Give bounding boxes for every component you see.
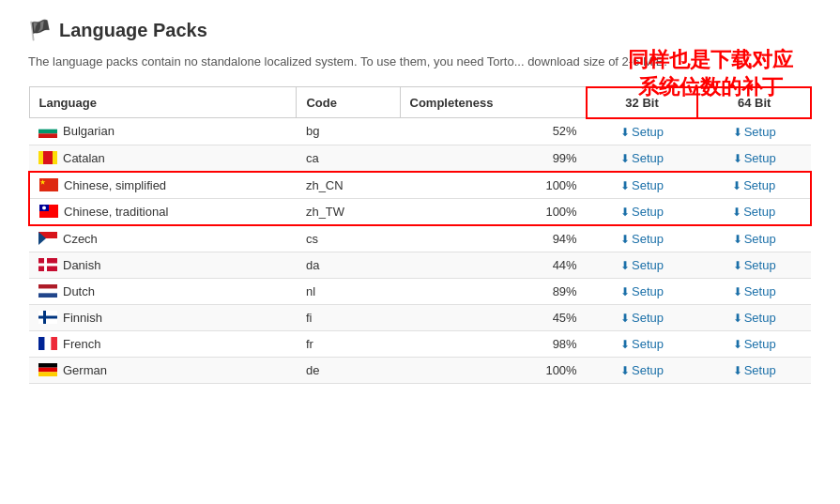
svg-rect-23 [43, 311, 46, 324]
code-cell: de [297, 357, 400, 383]
setup-64bit-cell: ⬇Setup [697, 118, 811, 145]
table-row: Dutchnl89%⬇Setup⬇Setup [29, 278, 811, 304]
setup-64bit-link[interactable]: ⬇Setup [733, 284, 776, 298]
code-cell: zh_CN [297, 172, 400, 199]
download-icon: ⬇ [620, 364, 630, 377]
code-cell: nl [297, 278, 400, 304]
svg-rect-2 [38, 133, 57, 138]
language-table: Language Code Completeness 32 Bit 64 Bit… [28, 86, 812, 384]
setup-32bit-link[interactable]: ⬇Setup [620, 205, 664, 219]
download-icon: ⬇ [620, 338, 630, 351]
svg-point-11 [42, 206, 46, 210]
svg-rect-24 [38, 337, 45, 350]
setup-64bit-cell: ⬇Setup [697, 225, 811, 252]
download-icon: ⬇ [733, 233, 742, 246]
setup-32bit-link[interactable]: ⬇Setup [620, 363, 664, 377]
setup-32bit-link[interactable]: ⬇Setup [620, 311, 664, 325]
setup-64bit-link[interactable]: ⬇Setup [733, 151, 776, 165]
table-row: Czechcs94%⬇Setup⬇Setup [29, 225, 811, 252]
download-icon: ⬇ [733, 126, 742, 139]
svg-rect-27 [38, 363, 57, 368]
completeness-cell: 45% [400, 304, 587, 330]
download-icon: ⬇ [620, 206, 630, 219]
setup-64bit-link[interactable]: ⬇Setup [733, 125, 776, 139]
download-icon: ⬇ [620, 179, 630, 192]
setup-32bit-link[interactable]: ⬇Setup [620, 178, 664, 192]
setup-64bit-cell: ⬇Setup [697, 357, 811, 383]
setup-32bit-cell: ⬇Setup [587, 198, 698, 225]
download-icon: ⬇ [620, 285, 630, 298]
svg-rect-7 [39, 178, 58, 191]
completeness-cell: 94% [400, 225, 587, 252]
completeness-cell: 99% [400, 145, 587, 172]
svg-rect-25 [45, 337, 52, 350]
setup-32bit-link[interactable]: ⬇Setup [620, 258, 664, 272]
code-cell: fr [297, 330, 400, 357]
download-icon: ⬇ [733, 312, 742, 325]
setup-32bit-link[interactable]: ⬇Setup [620, 337, 664, 351]
language-cell: French [29, 330, 297, 357]
setup-32bit-link[interactable]: ⬇Setup [620, 284, 664, 298]
code-cell: bg [297, 118, 400, 145]
svg-rect-1 [38, 129, 57, 133]
setup-64bit-link[interactable]: ⬇Setup [733, 363, 776, 377]
svg-rect-18 [38, 284, 57, 289]
language-cell: German [29, 357, 297, 383]
setup-64bit-link[interactable]: ⬇Setup [732, 178, 775, 192]
completeness-cell: 100% [400, 357, 587, 383]
setup-32bit-cell: ⬇Setup [587, 172, 698, 199]
svg-rect-29 [38, 372, 57, 376]
setup-64bit-link[interactable]: ⬇Setup [733, 232, 776, 246]
setup-64bit-cell: ⬇Setup [697, 198, 811, 225]
code-cell: cs [297, 225, 400, 252]
col-completeness: Completeness [400, 87, 587, 118]
language-cell: Bulgarian [29, 118, 297, 145]
col-64bit: 64 Bit [697, 87, 811, 118]
svg-rect-26 [51, 337, 57, 350]
download-icon: ⬇ [620, 152, 630, 165]
code-cell: ca [297, 145, 400, 172]
completeness-cell: 100% [400, 198, 587, 225]
table-row: Germande100%⬇Setup⬇Setup [29, 357, 811, 383]
language-cell: Chinese, traditional [29, 198, 297, 225]
table-row: Bulgarianbg52%⬇Setup⬇Setup [29, 118, 811, 145]
setup-64bit-link[interactable]: ⬇Setup [733, 311, 776, 325]
setup-32bit-link[interactable]: ⬇Setup [620, 125, 664, 139]
col-language: Language [29, 87, 297, 118]
setup-32bit-link[interactable]: ⬇Setup [620, 151, 664, 165]
setup-64bit-link[interactable]: ⬇Setup [732, 205, 775, 219]
download-icon: ⬇ [620, 259, 630, 272]
download-icon: ⬇ [733, 259, 742, 272]
setup-32bit-cell: ⬇Setup [587, 252, 698, 278]
setup-64bit-cell: ⬇Setup [697, 172, 811, 199]
table-row: Catalanca99%⬇Setup⬇Setup [29, 145, 811, 172]
download-icon: ⬇ [733, 338, 742, 351]
setup-64bit-cell: ⬇Setup [697, 304, 811, 330]
description: The language packs contain no standalone… [28, 53, 812, 71]
download-icon: ⬇ [733, 364, 742, 377]
svg-rect-19 [38, 289, 57, 294]
setup-64bit-cell: ⬇Setup [697, 278, 811, 304]
download-icon: ⬇ [620, 126, 630, 139]
setup-64bit-cell: ⬇Setup [697, 145, 811, 172]
code-cell: fi [297, 304, 400, 330]
download-icon: ⬇ [732, 206, 741, 219]
completeness-cell: 98% [400, 330, 587, 357]
svg-rect-17 [38, 264, 57, 267]
table-row: Chinese, traditionalzh_TW100%⬇Setup⬇Setu… [29, 198, 811, 225]
setup-64bit-link[interactable]: ⬇Setup [733, 258, 776, 272]
completeness-cell: 52% [400, 118, 587, 145]
setup-32bit-cell: ⬇Setup [587, 278, 698, 304]
language-cell: Catalan [29, 145, 297, 172]
table-row: Finnishfi45%⬇Setup⬇Setup [29, 304, 811, 330]
setup-32bit-link[interactable]: ⬇Setup [620, 232, 664, 246]
completeness-cell: 44% [400, 252, 587, 278]
setup-32bit-cell: ⬇Setup [587, 118, 698, 145]
language-cell: Chinese, simplified [29, 172, 297, 199]
setup-32bit-cell: ⬇Setup [587, 330, 698, 357]
setup-32bit-cell: ⬇Setup [587, 304, 698, 330]
download-icon: ⬇ [733, 152, 742, 165]
setup-64bit-link[interactable]: ⬇Setup [733, 337, 776, 351]
col-code: Code [297, 87, 400, 118]
table-row: Frenchfr98%⬇Setup⬇Setup [29, 330, 811, 357]
